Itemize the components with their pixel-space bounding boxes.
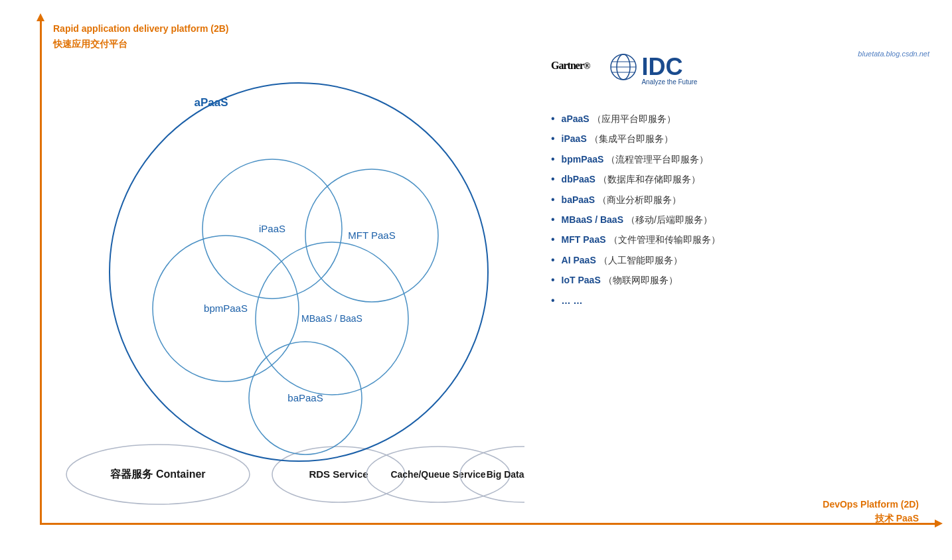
svg-text:bpmPaaS: bpmPaaS [204,303,248,314]
legend-value: （商业分析即服务） [597,191,681,209]
svg-text:baPaaS: baPaaS [287,392,323,403]
y-axis-label-cn: 快速应用交付平台 [53,38,127,50]
blog-reference: bluetata.blog.csdn.net [858,50,929,58]
idc-logo-main: IDC [609,53,682,81]
legend-value: （集成平台即服务） [590,130,673,148]
y-axis [40,20,42,524]
idc-logo: IDC Analyze the Future [609,53,697,86]
legend-item: MFT PaaS（文件管理和传输即服务） [551,230,929,249]
legend-key: iPaaS [562,130,587,148]
gartner-logo: Gartner® [551,55,590,84]
legend-item: IoT PaaS（物联网即服务） [551,270,929,290]
legend-value: （物联网即服务） [603,271,678,289]
legend-value: （文件管理和传输即服务） [609,231,720,249]
svg-text:RDS Service: RDS Service [309,468,368,480]
idc-globe-icon [609,53,637,81]
svg-text:Big Data Service: Big Data Service [487,469,524,480]
legend-value: （移动/后端即服务） [626,211,712,229]
legend-item: baPaaS（商业分析即服务） [551,190,929,210]
legend-key: IoT PaaS [562,271,601,289]
x-axis-label-cn: 技术 PaaS [875,513,919,525]
legend-item: MBaaS / BaaS（移动/后端即服务） [551,210,929,230]
legend-key: baPaaS [562,191,595,209]
legend-key: dbPaaS [562,171,595,188]
legend-value: （人工智能即服务） [599,251,682,269]
x-axis-label-en: DevOps Platform (2D) [823,499,919,510]
legend-key: … … [562,292,583,310]
legend-item: … … [551,291,929,311]
logos-row: Gartner® IDC Analyze the Future bluetata… [551,53,929,86]
legend-item: aPaaS（应用平台即服务） [551,109,929,129]
svg-text:容器服务 Container: 容器服务 Container [110,468,205,480]
svg-point-8 [110,83,488,461]
legend-list: aPaaS（应用平台即服务）iPaaS（集成平台即服务）bpmPaaS（流程管理… [551,109,929,311]
diagram-area: 容器服务 Container RDS Service Cache/Queue S… [46,53,524,518]
legend-key: bpmPaaS [562,151,604,169]
x-axis [40,523,936,525]
legend-key: MBaaS / BaaS [562,211,623,229]
legend-value: （数据库和存储即服务） [598,171,700,188]
legend-value: （流程管理平台即服务） [606,151,708,169]
svg-text:Cache/Queue Service: Cache/Queue Service [390,469,485,480]
legend-item: dbPaaS（数据库和存储即服务） [551,169,929,189]
svg-text:MFT PaaS: MFT PaaS [348,230,395,241]
legend-key: MFT PaaS [562,231,606,249]
legend-item: iPaaS（集成平台即服务） [551,129,929,149]
legend-key: aPaaS [562,110,590,128]
svg-text:MBaaS / BaaS: MBaaS / BaaS [301,313,362,324]
y-axis-label-en: Rapid application delivery platform (2B) [53,23,229,34]
legend-item: bpmPaaS（流程管理平台即服务） [551,149,929,169]
legend-value: （应用平台即服务） [592,110,676,128]
svg-text:iPaaS: iPaaS [259,223,285,234]
svg-text:aPaaS: aPaaS [194,96,228,109]
legend-key: AI PaaS [562,251,596,269]
right-panel: Gartner® IDC Analyze the Future bluetata… [551,53,929,311]
legend-item: AI PaaS（人工智能即服务） [551,250,929,270]
